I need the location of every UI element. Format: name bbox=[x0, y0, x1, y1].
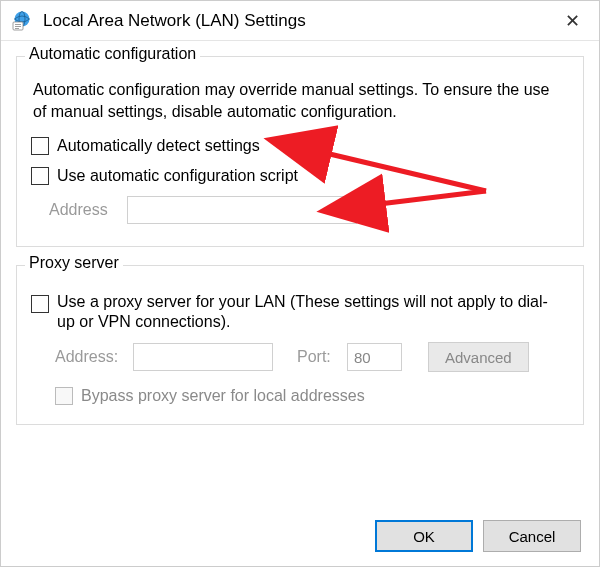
proxy-server-group: Proxy server Use a proxy server for your… bbox=[16, 265, 584, 425]
proxy-port-label: Port: bbox=[297, 348, 339, 366]
auto-detect-checkbox[interactable] bbox=[31, 137, 49, 155]
title-bar: Local Area Network (LAN) Settings ✕ bbox=[1, 1, 599, 41]
autoconfig-address-input[interactable] bbox=[127, 196, 357, 224]
use-proxy-label: Use a proxy server for your LAN (These s… bbox=[57, 292, 557, 332]
auto-script-label: Use automatic configuration script bbox=[57, 166, 298, 186]
autoconfig-address-label: Address bbox=[49, 201, 119, 219]
proxy-port-input[interactable] bbox=[347, 343, 402, 371]
window-title: Local Area Network (LAN) Settings bbox=[43, 11, 557, 31]
advanced-button[interactable]: Advanced bbox=[428, 342, 529, 372]
network-settings-icon bbox=[11, 10, 33, 32]
auto-script-checkbox[interactable] bbox=[31, 167, 49, 185]
automatic-configuration-group: Automatic configuration Automatic config… bbox=[16, 56, 584, 247]
bypass-proxy-label: Bypass proxy server for local addresses bbox=[81, 386, 365, 406]
use-proxy-checkbox[interactable] bbox=[31, 295, 49, 313]
proxy-address-input[interactable] bbox=[133, 343, 273, 371]
cancel-button[interactable]: Cancel bbox=[483, 520, 581, 552]
close-button[interactable]: ✕ bbox=[557, 6, 587, 36]
proxy-address-label: Address: bbox=[55, 348, 125, 366]
dialog-footer: OK Cancel bbox=[375, 520, 581, 552]
proxy-group-title: Proxy server bbox=[25, 254, 123, 272]
autoconfig-group-title: Automatic configuration bbox=[25, 45, 200, 63]
ok-button[interactable]: OK bbox=[375, 520, 473, 552]
bypass-proxy-checkbox[interactable] bbox=[55, 387, 73, 405]
auto-detect-label: Automatically detect settings bbox=[57, 136, 260, 156]
autoconfig-description: Automatic configuration may override man… bbox=[33, 79, 567, 122]
